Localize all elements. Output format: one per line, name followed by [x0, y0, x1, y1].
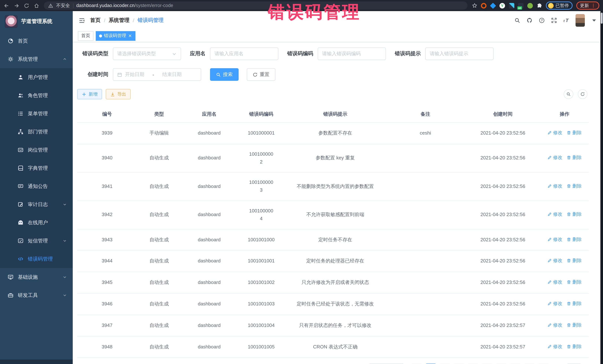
edit-link[interactable]: 修改 — [547, 257, 562, 265]
address-bar[interactable]: 不安全 dashboard.yudao.iocoder.cn/system/er… — [44, 1, 468, 10]
reset-button[interactable]: 重置 — [247, 68, 275, 81]
browser-home-icon[interactable] — [34, 3, 39, 8]
scrollbar-thumb[interactable] — [601, 13, 603, 24]
error-code-table: 编号类型应用名错误码编码错误码提示备注创建时间操作 3939手动编辑dashbo… — [77, 106, 589, 358]
delete-link[interactable]: 删除 — [567, 257, 582, 265]
extension-grid-icon[interactable] — [509, 3, 514, 8]
edit-link[interactable]: 修改 — [547, 129, 562, 136]
delete-link[interactable]: 删除 — [567, 211, 582, 218]
edit-link[interactable]: 修改 — [547, 154, 562, 161]
extension-puzzle-icon[interactable] — [537, 3, 542, 8]
sidebar-item-研发工具[interactable]: 研发工具 — [0, 286, 73, 304]
edit-link[interactable]: 修改 — [547, 278, 562, 286]
delete-link[interactable]: 删除 — [567, 278, 582, 286]
app-frame: 芋道管理系统 首页系统管理用户管理角色管理菜单管理部门管理岗位管理字典管理通知公… — [0, 11, 603, 364]
github-icon[interactable] — [527, 17, 533, 23]
scrollbar[interactable] — [600, 11, 603, 364]
cell-memo — [385, 251, 465, 272]
edit-pencil-icon — [547, 184, 552, 188]
edit-link[interactable]: 修改 — [547, 343, 562, 350]
add-button[interactable]: 新增 — [77, 89, 102, 99]
sidebar-item-审计日志[interactable]: 审计日志 — [0, 195, 73, 213]
extension-green-plant-icon[interactable] — [527, 3, 533, 8]
menu-fold-icon[interactable] — [79, 17, 85, 23]
edit-pencil-icon — [547, 344, 552, 349]
cell-actions: 修改删除 — [540, 122, 589, 144]
table-row: 3947自动生成dashboard1001001004只有开启状态的任务，才可以… — [77, 315, 589, 336]
refresh-table-button[interactable] — [578, 89, 587, 99]
delete-link[interactable]: 删除 — [567, 129, 582, 136]
delete-link[interactable]: 删除 — [567, 182, 582, 190]
filter-error-msg: 错误码提示 请输入错误码提示 — [395, 47, 494, 60]
edit-link[interactable]: 修改 — [547, 300, 562, 307]
error-msg-input[interactable]: 请输入错误码提示 — [425, 47, 494, 60]
profile-paused-chip[interactable]: 已暂停 — [546, 1, 573, 10]
delete-icon — [567, 155, 571, 160]
sidebar-item-角色管理[interactable]: 角色管理 — [0, 86, 73, 105]
error-code-input[interactable]: 请输入错误码编码 — [318, 47, 386, 60]
tab-home[interactable]: 首页 — [78, 31, 93, 41]
toggle-search-button[interactable] — [564, 89, 573, 99]
sidebar-item-用户管理[interactable]: 用户管理 — [0, 68, 73, 86]
browser-update-button[interactable]: 更新 — [576, 1, 599, 10]
sidebar-item-字典管理[interactable]: 字典管理 — [0, 159, 73, 177]
browser-back-icon[interactable] — [4, 3, 9, 8]
sidebar-item-通知公告[interactable]: 通知公告 — [0, 177, 73, 195]
delete-link[interactable]: 删除 — [567, 321, 582, 329]
cell-memo: ceshi — [385, 122, 465, 144]
avatar[interactable] — [576, 14, 585, 27]
sidebar-item-短信管理[interactable]: 短信管理 — [0, 232, 73, 250]
sidebar-item-部门管理[interactable]: 部门管理 — [0, 123, 73, 141]
sidebar-item-基础设施[interactable]: 基础设施 — [0, 268, 73, 286]
browser-menu-icon[interactable] — [591, 3, 596, 8]
font-size-icon[interactable]: tT — [563, 17, 569, 23]
extension-on-badge-icon[interactable]: on — [518, 3, 524, 8]
bookmark-star-icon[interactable] — [472, 3, 477, 8]
delete-link[interactable]: 删除 — [567, 343, 582, 350]
breadcrumb-home[interactable]: 首页 — [90, 17, 101, 24]
error-type-select[interactable]: 请选择错误码类型 — [113, 47, 181, 60]
app-name-input[interactable]: 请输入应用名 — [210, 47, 278, 60]
table-row: 3945自动生成dashboard1001001002只允许修改为开启或者关闭状… — [77, 272, 589, 293]
extension-green-v-icon[interactable]: V — [499, 3, 505, 8]
sidebar-item-错误码管理[interactable]: 错误码管理 — [0, 250, 73, 268]
delete-link[interactable]: 删除 — [567, 300, 582, 307]
export-button[interactable]: 导出 — [106, 89, 131, 99]
edit-link[interactable]: 修改 — [547, 236, 562, 243]
sidebar-item-岗位管理[interactable]: 岗位管理 — [0, 141, 73, 159]
browser-forward-icon[interactable] — [14, 3, 19, 8]
sidebar-item-菜单管理[interactable]: 菜单管理 — [0, 105, 73, 123]
search-button[interactable]: 搜索 — [210, 68, 239, 81]
docs-help-icon[interactable]: ? — [539, 17, 545, 23]
fullscreen-icon[interactable] — [551, 17, 557, 23]
extension-orange-ring-icon[interactable] — [481, 3, 487, 8]
tab-error-code[interactable]: 错误码管理 — [96, 31, 135, 41]
extension-blue-gem-icon[interactable] — [490, 2, 496, 9]
edit-link[interactable]: 修改 — [547, 321, 562, 329]
cell-actions: 修改删除 — [540, 144, 589, 172]
sidebar-item-label: 菜单管理 — [28, 110, 67, 117]
sms-icon — [18, 238, 23, 243]
sidebar-item-label: 角色管理 — [28, 92, 67, 99]
user-menu-caret-icon[interactable] — [591, 17, 597, 23]
date-range-picker[interactable]: 开始日期 - 结束日期 — [113, 68, 201, 81]
sidebar-collapse-bar[interactable] — [0, 360, 73, 364]
table-row: 3941自动生成dashboard1001000003不能删除类型为系统内置的参… — [77, 172, 589, 201]
header-search-icon[interactable] — [514, 17, 520, 23]
edit-link[interactable]: 修改 — [547, 182, 562, 190]
delete-link[interactable]: 删除 — [567, 154, 582, 161]
sidebar-logo[interactable]: 芋道管理系统 — [0, 11, 73, 32]
code-icon — [18, 256, 23, 262]
browser-reload-icon[interactable] — [24, 3, 29, 8]
cell-type: 自动生成 — [137, 293, 181, 315]
sidebar-item-在线用户[interactable]: 在线用户 — [0, 213, 73, 232]
filter-label: 错误码编码 — [287, 50, 313, 57]
sidebar-item-系统管理[interactable]: 系统管理 — [0, 50, 73, 68]
sidebar-item-首页[interactable]: 首页 — [0, 32, 73, 50]
table-toolbar: 新增 导出 — [77, 89, 597, 99]
delete-link[interactable]: 删除 — [567, 236, 582, 243]
cell-actions: 修改删除 — [540, 293, 589, 315]
edit-link[interactable]: 修改 — [547, 211, 562, 218]
breadcrumb-system[interactable]: 系统管理 — [109, 17, 129, 24]
close-tab-icon[interactable] — [128, 34, 132, 38]
